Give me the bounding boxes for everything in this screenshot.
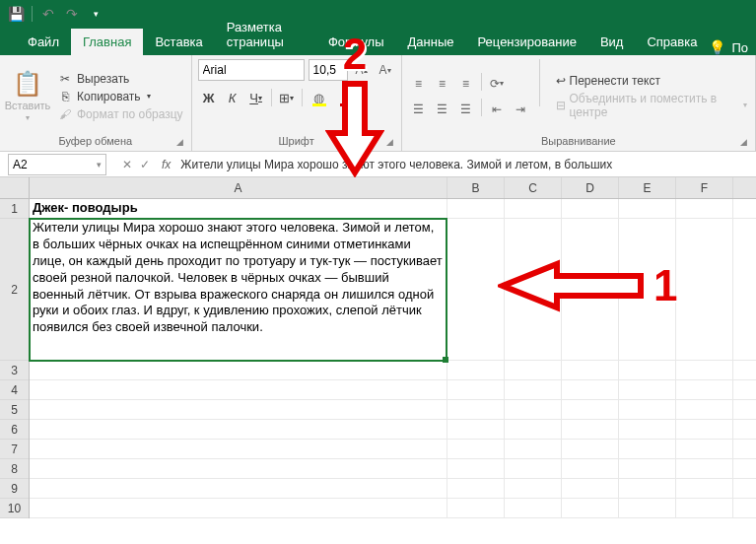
cell[interactable] [562, 219, 619, 361]
cell[interactable] [562, 459, 619, 479]
formula-input[interactable]: Жители улицы Мира хорошо знают этого чел… [176, 158, 612, 171]
underline-button[interactable]: Ч▾ [245, 87, 267, 108]
cell[interactable] [30, 440, 447, 458]
fill-color-button[interactable]: ◍ [307, 87, 332, 108]
cell[interactable] [562, 499, 619, 518]
cell[interactable] [619, 380, 676, 400]
cell[interactable] [676, 459, 733, 479]
align-left-button[interactable]: ☰ [408, 99, 430, 120]
paste-button[interactable]: 📋 Вставить ▾ [6, 59, 49, 133]
decrease-indent-button[interactable]: ⇤ [486, 99, 508, 120]
cell[interactable] [562, 361, 619, 380]
column-header[interactable]: D [562, 177, 619, 198]
fx-icon[interactable]: fx [156, 158, 176, 171]
dialog-launcher-icon[interactable]: ◢ [176, 137, 183, 147]
save-icon[interactable]: 💾 [6, 4, 26, 24]
cell[interactable] [619, 420, 676, 440]
cell[interactable] [505, 459, 562, 479]
cell[interactable] [505, 219, 562, 361]
dialog-launcher-icon[interactable]: ◢ [740, 137, 747, 147]
cell[interactable] [619, 219, 676, 361]
cell[interactable] [505, 380, 562, 400]
font-name-select[interactable] [198, 59, 305, 81]
cell[interactable] [447, 361, 505, 380]
tab-insert[interactable]: Вставка [143, 29, 214, 55]
tab-file[interactable]: Файл [16, 29, 71, 55]
align-right-button[interactable]: ☰ [455, 99, 477, 120]
cell[interactable] [30, 499, 447, 517]
bold-button[interactable]: Ж [198, 87, 220, 108]
cell[interactable] [562, 380, 619, 400]
redo-icon[interactable]: ↷ [62, 4, 82, 24]
cell[interactable] [505, 440, 562, 459]
tab-formulas[interactable]: Формулы [316, 29, 396, 55]
row-header[interactable]: 8 [0, 459, 29, 479]
row-header[interactable]: 7 [0, 440, 29, 459]
italic-button[interactable]: К [222, 87, 243, 108]
cell[interactable] [676, 440, 733, 459]
cell[interactable] [447, 499, 505, 518]
row-header[interactable]: 5 [0, 400, 29, 420]
cell[interactable] [562, 400, 619, 420]
increase-indent-button[interactable]: ⇥ [510, 99, 531, 120]
qat-customize-icon[interactable]: ▾ [86, 4, 105, 24]
cell[interactable] [505, 361, 562, 380]
align-top-button[interactable]: ≡ [408, 73, 430, 95]
tab-data[interactable]: Данные [396, 29, 466, 55]
enter-icon[interactable]: ✓ [140, 158, 150, 171]
name-box[interactable]: A2 ▾ [8, 154, 106, 175]
cell[interactable] [447, 219, 505, 361]
cell[interactable] [619, 459, 676, 479]
cell[interactable] [447, 380, 505, 400]
select-all-corner[interactable] [0, 177, 29, 199]
grow-font-button[interactable]: A▴ [352, 59, 372, 81]
cell[interactable] [505, 420, 562, 440]
cell[interactable] [676, 400, 733, 420]
cell[interactable] [30, 479, 447, 498]
cell[interactable] [676, 361, 733, 380]
align-middle-button[interactable]: ≡ [432, 73, 453, 95]
cell[interactable] [505, 499, 562, 518]
cell[interactable] [447, 420, 505, 440]
cell[interactable] [676, 380, 733, 400]
orientation-button[interactable]: ⟳▾ [486, 73, 508, 95]
cell[interactable] [676, 499, 733, 518]
wrap-text-button[interactable]: ↩ Перенести текст [554, 73, 749, 89]
chevron-down-icon[interactable]: ▾ [97, 160, 102, 170]
cell-a2[interactable]: Жители улицы Мира хорошо знают этого чел… [30, 219, 447, 360]
column-header[interactable]: B [447, 177, 505, 198]
cell[interactable] [676, 420, 733, 440]
cell[interactable] [619, 400, 676, 420]
merge-center-button[interactable]: ⊟ Объединить и поместить в центре ▾ [554, 91, 749, 120]
format-painter-button[interactable]: 🖌 Формат по образцу [55, 106, 185, 122]
cell[interactable] [619, 479, 676, 499]
cell[interactable] [619, 361, 676, 380]
font-size-select[interactable] [309, 59, 348, 81]
row-header[interactable]: 6 [0, 420, 29, 440]
cell[interactable] [505, 199, 562, 219]
tab-help[interactable]: Справка [635, 29, 709, 55]
tab-view[interactable]: Вид [588, 29, 636, 55]
tab-pagelayout[interactable]: Разметка страницы [215, 14, 316, 55]
tab-home[interactable]: Главная [71, 29, 143, 55]
cut-button[interactable]: ✂ Вырезать [55, 71, 185, 87]
column-header[interactable]: F [676, 177, 733, 198]
cell[interactable] [447, 459, 505, 479]
cell[interactable] [562, 440, 619, 459]
column-header[interactable]: E [619, 177, 676, 198]
tab-review[interactable]: Рецензирование [466, 29, 588, 55]
cell[interactable] [505, 400, 562, 420]
row-header-1[interactable]: 1 [0, 199, 29, 219]
row-header[interactable]: 4 [0, 380, 29, 400]
cell[interactable] [447, 440, 505, 459]
copy-button[interactable]: ⎘ Копировать ▾ [55, 89, 185, 104]
cancel-icon[interactable]: ✕ [122, 158, 132, 171]
row-header[interactable]: 10 [0, 499, 29, 518]
font-color-button[interactable]: A [334, 87, 360, 108]
undo-icon[interactable]: ↶ [38, 4, 58, 24]
row-header[interactable]: 3 [0, 361, 29, 380]
cell[interactable] [676, 479, 733, 499]
cell[interactable] [30, 400, 447, 419]
align-center-button[interactable]: ☰ [432, 99, 453, 120]
cell[interactable] [676, 219, 733, 361]
